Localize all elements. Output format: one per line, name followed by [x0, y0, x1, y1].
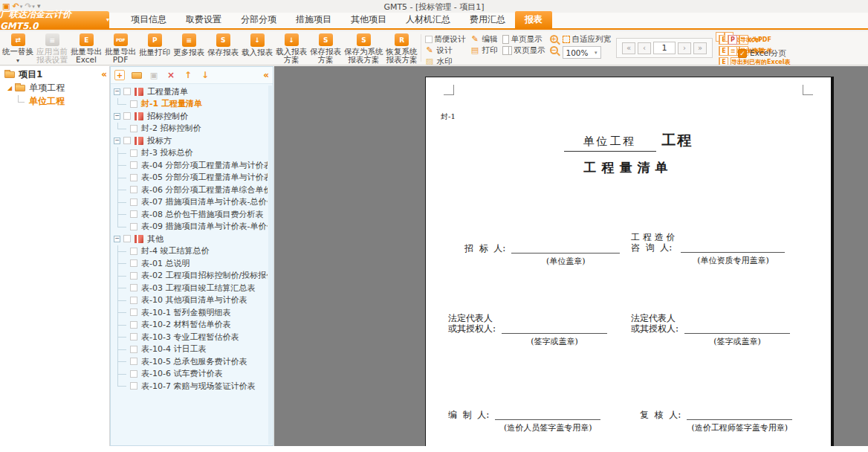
quick-access-button[interactable]: ↷ [25, 2, 35, 10]
report-checkbox[interactable] [130, 161, 137, 169]
first-page-button[interactable]: « [622, 42, 635, 54]
report-checkbox[interactable] [130, 321, 137, 329]
report-checkbox[interactable] [130, 346, 137, 353]
menu-tab[interactable]: 报表 [515, 11, 552, 28]
report-tree-item[interactable]: 表-01 总说明 [112, 257, 268, 270]
ribbon-small-button[interactable]: 双页显示 [502, 45, 545, 55]
ribbon-small-button[interactable]: ▤ 打印 [470, 45, 498, 55]
report-checkbox[interactable] [130, 297, 137, 304]
report-checkbox[interactable] [130, 309, 137, 316]
ribbon-button[interactable]: R 恢复系统 报表方案 [385, 32, 419, 64]
copy-report-icon[interactable]: ▣ [149, 70, 159, 80]
ribbon-small-button[interactable]: ▨ 水印 [425, 56, 466, 65]
menu-tab[interactable]: 费用汇总 [460, 11, 515, 28]
menu-tab[interactable]: 措施项目 [286, 11, 341, 28]
report-tree-scrollbar[interactable] [268, 85, 272, 445]
report-tree-item[interactable]: 表-02 工程项目招标控制价/投标报价汇… [112, 270, 268, 282]
report-checkbox[interactable] [130, 382, 137, 390]
report-checkbox[interactable] [123, 112, 131, 120]
project-root-item[interactable]: 项目1 « [0, 66, 109, 81]
ribbon-button[interactable]: E 批量导出 Excel [69, 32, 103, 64]
report-checkbox[interactable] [130, 370, 137, 378]
report-checkbox[interactable] [130, 333, 137, 340]
report-checkbox[interactable] [130, 272, 137, 280]
ribbon-button[interactable]: S 保存为系统 报表方案 [343, 32, 385, 64]
report-tree-item[interactable]: 封-4 竣工结算总价 [112, 245, 268, 258]
report-tree-item[interactable]: 封-2 招标控制价 [112, 123, 268, 135]
report-tree-item[interactable]: 封-3 投标总价 [112, 147, 268, 160]
ribbon-button[interactable]: ↓ 载入报表 [240, 32, 274, 64]
report-checkbox[interactable] [130, 259, 137, 267]
report-tree-item[interactable]: 表-10-2 材料暂估单价表 [112, 319, 268, 332]
last-page-button[interactable]: » [693, 42, 707, 54]
ribbon-button[interactable]: ≡ 应用当前 报表设置 [35, 32, 69, 64]
report-tree-item[interactable]: 表-03 工程项目竣工结算汇总表 [112, 282, 268, 294]
fit-width-button[interactable]: 自适应列宽 [563, 34, 612, 44]
menu-tab[interactable]: 项目信息 [121, 11, 176, 28]
report-checkbox[interactable] [130, 358, 137, 365]
zoom-level-select[interactable]: 100% ▾ [563, 46, 601, 59]
report-tree-item[interactable]: 表-07 措施项目清单与计价表-总价包干… [112, 196, 268, 209]
collapse-left-icon[interactable]: « [263, 70, 269, 80]
report-tree-item[interactable]: 表-10 其他项目清单与计价表 [112, 294, 268, 307]
ribbon-small-button[interactable]: 单页显示 [502, 34, 545, 44]
collapse-node-icon[interactable] [114, 88, 120, 95]
excel-paging-checkbox[interactable]: ✓ Excel分页 [738, 42, 786, 64]
quick-access-button[interactable]: ↶ [12, 2, 22, 10]
add-folder-icon[interactable] [132, 72, 142, 79]
report-tree-item[interactable]: 表-08 总价包干措施项目费分析表 [112, 208, 268, 221]
menu-tab[interactable]: 分部分项 [231, 11, 286, 28]
report-checkbox[interactable] [130, 174, 137, 181]
app-menu-button[interactable]: 广联达冶金云计价GMT5.0 ▾ [0, 11, 109, 28]
report-tree-item[interactable]: 表-10-6 试车费计价表 [112, 368, 268, 381]
sidebar-item-unit-project[interactable]: 单位工程 [0, 94, 109, 108]
report-checkbox[interactable] [130, 149, 137, 157]
report-tree-item[interactable]: 投标方 [112, 135, 268, 147]
report-checkbox[interactable] [130, 210, 137, 218]
report-preview-area[interactable]: 封-1 单位工程工程 工程量清单 招 标 人: (单位盖章) 工 程 造 价 咨… [274, 66, 868, 446]
export-button[interactable]: ≡ 导出选项 [728, 46, 736, 56]
report-checkbox[interactable] [123, 88, 131, 95]
add-report-icon[interactable]: + [114, 70, 125, 80]
report-tree-item[interactable]: 表-10-1 暂列金额明细表 [112, 306, 268, 319]
report-checkbox[interactable] [130, 284, 137, 291]
ribbon-small-button[interactable]: ✎ 编辑 [470, 34, 498, 44]
report-tree-item[interactable]: 表-10-4 计日工表 [112, 343, 268, 356]
ribbon-small-button[interactable]: ✎ 设计 [425, 45, 466, 55]
report-tree-item[interactable]: 表-10-3 专业工程暂估价表 [112, 331, 268, 343]
zoom-button[interactable]: − [550, 45, 558, 55]
report-tree-item[interactable]: 招标控制价 [112, 110, 268, 123]
export-button[interactable]: E 导出Excel文件 [719, 46, 728, 56]
quick-access-button[interactable]: ▾ [37, 2, 41, 10]
report-tree-item[interactable]: 表-10-5 总承包服务费计价表 [112, 355, 268, 368]
ribbon-small-button[interactable]: 简便设计 [425, 34, 466, 44]
report-tree-item[interactable]: 其他 [112, 233, 268, 245]
delete-icon[interactable]: × [166, 70, 176, 80]
ribbon-button[interactable]: ↓ 载入报表 方案 [274, 32, 308, 64]
ribbon-button[interactable]: ⇄ 统一替换 [1, 32, 35, 64]
collapse-left-icon[interactable]: « [101, 69, 107, 80]
ribbon-button[interactable]: ≡ 更多报表 [172, 32, 206, 64]
report-checkbox[interactable] [123, 235, 131, 242]
ribbon-button[interactable]: PDF 批量导出 PDF [103, 32, 137, 64]
report-checkbox[interactable] [130, 223, 137, 230]
zoom-button[interactable]: + [550, 34, 558, 44]
report-tree-item[interactable]: 工程量清单 [112, 85, 268, 98]
report-tree-item[interactable]: 表-05 分部分项工程量清单与计价表-无… [112, 172, 268, 184]
previous-page-button[interactable]: ‹ [638, 42, 651, 54]
move-down-icon[interactable]: ↓ [200, 70, 210, 80]
menu-tab[interactable]: 其他项目 [341, 11, 396, 28]
collapse-node-icon[interactable] [114, 236, 120, 242]
ribbon-button[interactable]: S 保存报表 方案 [308, 32, 343, 64]
report-checkbox[interactable] [130, 198, 137, 206]
report-tree-item[interactable]: 表-10-7 索赔与现场签证计价表 [112, 380, 268, 393]
menu-tab[interactable]: 取费设置 [176, 11, 231, 28]
sidebar-item-single-project[interactable]: ◢ 单项工程 [0, 81, 109, 94]
next-page-button[interactable]: › [678, 42, 691, 54]
report-checkbox[interactable] [130, 248, 137, 255]
report-checkbox[interactable] [130, 100, 137, 108]
ribbon-button[interactable]: S 保存报表 [206, 32, 240, 64]
page-number-input[interactable] [653, 42, 676, 54]
menu-tab[interactable]: 人材机汇总 [396, 11, 460, 28]
report-checkbox[interactable] [123, 137, 131, 144]
